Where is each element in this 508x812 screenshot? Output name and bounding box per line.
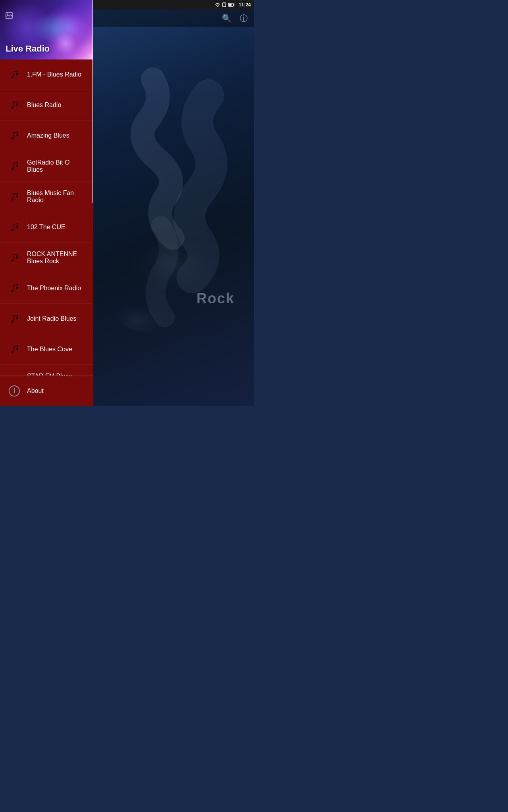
menu-item-label-8: The Phoenix Radio [27,285,81,292]
music-note-icon-7 [6,250,22,266]
menu-item-label-6: 102 The CUE [27,224,65,231]
status-time: 11:24 [239,2,251,8]
action-bar: 🔍 ⓘ [93,10,254,27]
menu-item-label-4: GotRadio Bit O Blues [27,159,87,173]
menu-item[interactable]: ROCK ANTENNE Blues Rock [0,243,93,273]
svg-point-8 [7,13,8,15]
menu-item[interactable]: 102 The CUE [0,212,93,243]
menu-item[interactable]: The Blues Cove [0,334,93,365]
menu-item-label-1: 1.FM - Blues Radio [27,71,81,78]
menu-item[interactable]: Blues Radio [0,90,93,121]
svg-rect-2 [223,3,226,7]
svg-point-16 [16,165,18,167]
svg-point-15 [11,168,13,170]
right-panel: Rock [93,0,254,406]
svg-point-17 [11,198,13,201]
svg-point-14 [16,134,18,136]
menu-item[interactable]: STAR FM Blues Rock [0,365,93,375]
menu-item[interactable]: GotRadio Bit O Blues [0,151,93,182]
svg-point-23 [11,290,13,292]
menu-item[interactable]: Amazing Blues [0,121,93,151]
svg-point-9 [11,76,13,79]
svg-point-24 [16,287,18,289]
sidebar: Live Radio 1.FM - Blues Radio [0,0,93,406]
menu-item[interactable]: The Phoenix Radio [0,273,93,304]
svg-point-10 [16,73,18,75]
music-note-icon-1 [6,67,22,82]
music-note-icon-2 [6,97,22,113]
svg-point-11 [11,107,13,109]
svg-rect-6 [229,4,232,6]
music-note-icon-6 [6,219,22,235]
svg-point-12 [16,103,18,106]
svg-point-1 [113,285,192,333]
menu-item-label-7: ROCK ANTENNE Blues Rock [27,251,87,265]
battery-icon [228,3,235,7]
svg-point-19 [11,229,13,231]
svg-point-0 [125,226,220,289]
info-icon[interactable]: ⓘ [240,13,248,24]
music-note-icon-4 [6,158,22,174]
menu-item-label-5: Blues Music Fan Radio [27,190,87,204]
menu-item[interactable]: Joint Radio Blues [0,304,93,334]
music-note-icon-10 [6,341,22,357]
svg-point-28 [16,348,18,350]
rock-text: Rock [196,290,235,307]
menu-item-label-3: Amazing Blues [27,132,69,139]
svg-point-21 [11,259,13,262]
header-gallery-icon [6,12,13,20]
music-note-icon-3 [6,128,22,144]
about-icon: i [6,383,22,399]
about-item[interactable]: i About [0,375,93,406]
svg-point-13 [11,137,13,140]
menu-item-label-9: Joint Radio Blues [27,315,77,322]
search-icon[interactable]: 🔍 [222,13,232,23]
sidebar-header: Live Radio [0,0,93,59]
status-icons: 11:24 [215,2,251,8]
about-label: About [27,387,44,395]
svg-point-20 [16,226,18,228]
menu-item-label-11: STAR FM Blues Rock [27,373,87,375]
menu-item[interactable]: Blues Music Fan Radio [0,182,93,212]
svg-point-22 [16,256,18,259]
menu-item-label-10: The Blues Cove [27,346,72,353]
svg-point-27 [11,351,13,353]
music-note-icon-11 [6,372,22,375]
sim-icon [222,2,227,7]
menu-item[interactable]: 1.FM - Blues Radio [0,59,93,90]
svg-point-26 [16,317,18,320]
sidebar-title: Live Radio [6,44,50,54]
menu-item-label-2: Blues Radio [27,102,61,109]
wifi-icon [215,2,220,7]
music-note-icon-8 [6,280,22,296]
music-note-icon-5 [6,189,22,205]
svg-point-25 [11,320,13,323]
info-circle-icon: i [9,385,20,396]
svg-rect-5 [234,4,235,6]
music-note-icon-9 [6,311,22,327]
svg-point-18 [16,195,18,197]
menu-list[interactable]: 1.FM - Blues Radio Blues Radio Amazing B… [0,59,93,375]
